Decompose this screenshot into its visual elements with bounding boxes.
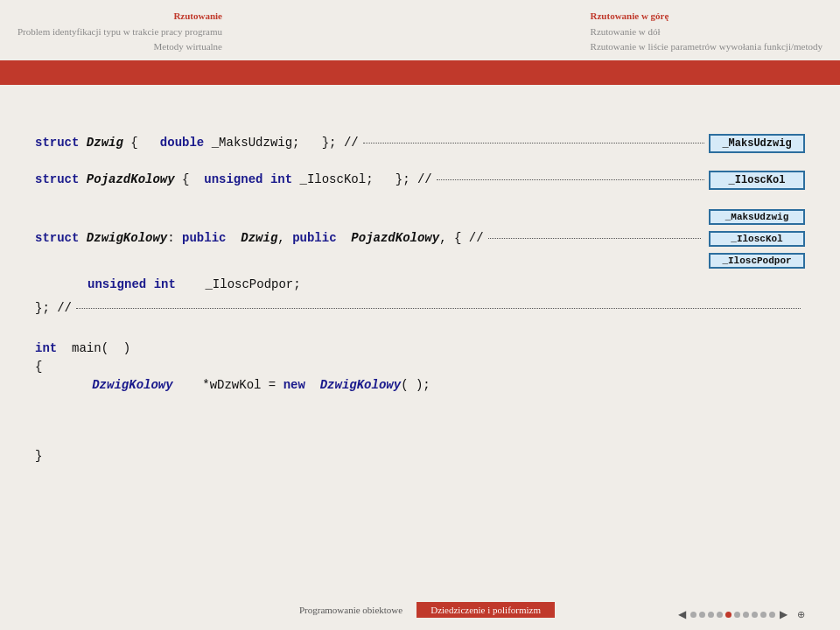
main-line1: int main( ) [35, 340, 805, 358]
nav-dot-5[interactable] [725, 612, 732, 618]
type-double: double [160, 136, 204, 150]
nav-dot-1[interactable] [690, 612, 696, 618]
type-dzwigkolowy-main: DzwigKolowy [92, 378, 172, 392]
nav-arrow-right[interactable]: ▶ [780, 608, 788, 621]
nav-dot-2[interactable] [699, 612, 705, 618]
footer-right-label: Dziedziczenie i poliformizm [416, 602, 555, 618]
classname-dzwig: Dzwig [87, 136, 123, 150]
struct-dzwig-line: struct Dzwig { double _MaksUdzwig; }; //… [35, 134, 805, 153]
field-ilosckol: _IloscKol; [300, 172, 374, 186]
nav-dot-7[interactable] [743, 612, 749, 618]
main-line2: { [35, 358, 805, 376]
header-right: Rzutowanie w górę Rzutowanie w dół Rzuto… [591, 9, 822, 55]
box-maksudzwig: _MaksUdzwig [709, 134, 805, 153]
header-left: Rzutowanie Problem identyfikacji typu w … [18, 9, 222, 55]
struct-dzwigkolowy-line2: unsigned int _IloscPodpor; [35, 276, 805, 294]
classname-dzwigkolowy: DzwigKolowy [87, 231, 167, 245]
header-right-line3: Rzutowanie w liście parametrów wywołania… [591, 39, 822, 55]
struct-dzwigkolowy-line3: }; // [35, 299, 805, 318]
header-right-active: Rzutowanie w górę [591, 9, 822, 24]
struct-dzwigkolowy-code2: unsigned int _IloscPodpor; [88, 276, 301, 294]
field-maksudzwig: _MaksUdzwig; [212, 136, 300, 150]
field-iloscpodpor: _IloscPodpor; [205, 277, 300, 291]
header: Rzutowanie Problem identyfikacji typu w … [0, 0, 840, 55]
keyword-struct2: struct [35, 172, 79, 186]
header-left-line1: Problem identyfikacji typu w trakcie pra… [18, 24, 222, 40]
parent-pojazd: PojazdKolowy [351, 231, 439, 245]
struct-pojazd-code: struct PojazdKolowy { unsigned int _Ilos… [35, 171, 432, 189]
box-iloscpodpor: _IloscPodpor [709, 253, 805, 269]
classname-pojazd: PojazdKolowy [87, 172, 175, 186]
dots2 [437, 179, 704, 180]
new-dzwigkolowy: DzwigKolowy [320, 378, 401, 392]
main-section: int main( ) { DzwigKolowy *wDzwKol = new… [35, 340, 805, 395]
dots4 [76, 308, 801, 309]
struct-dzwigkolowy-code1: struct DzwigKolowy: public Dzwig, public… [35, 229, 484, 248]
struct-dzwigkolowy-section: struct DzwigKolowy: public Dzwig, public… [35, 207, 805, 318]
nav-dot-9[interactable] [760, 612, 766, 618]
keyword-struct1: struct [35, 136, 79, 150]
struct-dzwig-section: struct Dzwig { double _MaksUdzwig; }; //… [35, 134, 805, 153]
red-bar [0, 60, 840, 85]
parent-dzwig: Dzwig [241, 231, 277, 245]
header-left-line2: Metody wirtualne [18, 39, 222, 55]
box-group-dzwigkolowy: _MaksUdzwig _IloscKol _IloscPodpor [709, 207, 805, 270]
nav-dot-4[interactable] [717, 612, 723, 618]
struct-pojazd-line: struct PojazdKolowy { unsigned int _Ilos… [35, 171, 805, 190]
dots1 [363, 143, 704, 144]
header-right-line2: Rzutowanie w dół [591, 24, 822, 40]
closing-brace: } [35, 447, 805, 466]
nav-arrow-left[interactable]: ◀ [678, 608, 686, 621]
struct-pojazd-section: struct PojazdKolowy { unsigned int _Ilos… [35, 171, 805, 190]
dots3 [488, 238, 701, 239]
nav-dot-8[interactable] [752, 612, 758, 618]
box-maksudzwig2: _MaksUdzwig [709, 209, 805, 225]
nav-page-indicator: ⊕ [797, 609, 805, 620]
nav-dot-6[interactable] [734, 612, 740, 618]
nav-dots: ◀ ▶ ⊕ [676, 608, 805, 621]
box-ilosckol2: _IloscKol [709, 231, 805, 247]
nav-dot-3[interactable] [708, 612, 714, 618]
keyword-struct3: struct [35, 231, 79, 245]
header-active-left: Rzutowanie [18, 9, 222, 24]
struct-dzwigkolowy-code3: }; // [35, 299, 72, 318]
struct-dzwig-code: struct Dzwig { double _MaksUdzwig; }; // [35, 134, 359, 152]
nav-dot-10[interactable] [769, 612, 775, 618]
box-ilosckol: _IloscKol [709, 171, 805, 190]
type-unsigned-int1: unsigned [204, 172, 262, 186]
main-line3: DzwigKolowy *wDzwKol = new DzwigKolowy( … [35, 376, 805, 395]
footer-left-label: Programowanie obiektowe [285, 605, 416, 615]
struct-dzwigkolowy-line1: struct DzwigKolowy: public Dzwig, public… [35, 207, 805, 270]
main-content: struct Dzwig { double _MaksUdzwig; }; //… [0, 90, 840, 483]
